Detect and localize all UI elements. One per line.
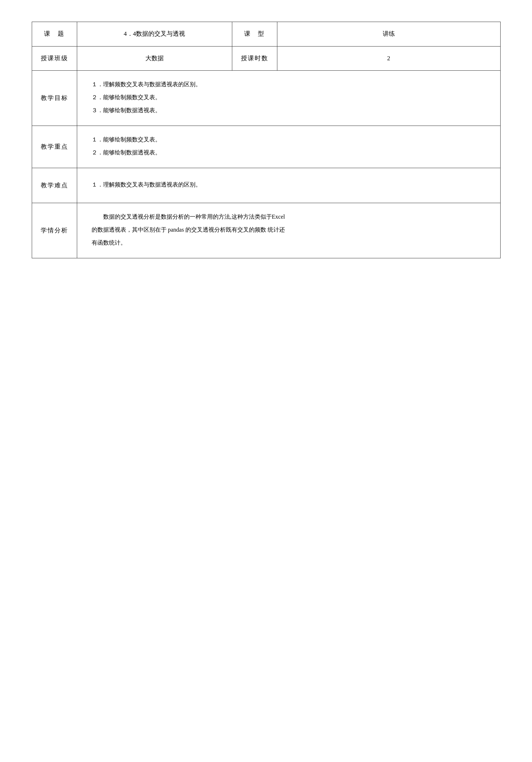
difficulty-line-1: １．理解频数交叉表与数据透视表的区别。 [92,179,486,190]
value-class: 大数据 [77,46,232,71]
label-objectives: 教学目标 [32,71,77,126]
objective-line-3: ３．能够绘制数据透视表。 [92,105,486,116]
table-row-class: 授课班级 大数据 授课时数 2 [32,46,500,71]
label-ketype: 课 型 [232,22,277,47]
objective-line-2: ２．能够绘制频数交叉表。 [92,92,486,103]
analysis-line-2: 的数据透视表，其中区别在于 pandas 的交叉透视分析既有交叉的频数 统计还 [92,224,486,236]
label-keti: 课 题 [32,22,77,47]
content-difficulties: １．理解频数交叉表与数据透视表的区别。 [77,168,500,203]
value-keti: 4．4数据的交叉与透视 [77,22,232,47]
table-row-keti: 课 题 4．4数据的交叉与透视 课 型 讲练 [32,22,500,47]
content-analysis: 数据的交叉透视分析是数据分析的一种常用的方法,这种方法类似于Excel 的数据透… [77,203,500,258]
lesson-plan-table: 课 题 4．4数据的交叉与透视 课 型 讲练 授课班级 大数据 授课时数 2 教… [32,22,501,258]
objective-line-1: １．理解频数交叉表与数据透视表的区别。 [92,79,486,90]
table-row-difficulties: 教学难点 １．理解频数交叉表与数据透视表的区别。 [32,168,500,203]
label-class: 授课班级 [32,46,77,71]
table-row-analysis: 学情分析 数据的交叉透视分析是数据分析的一种常用的方法,这种方法类似于Excel… [32,203,500,258]
value-ketype: 讲练 [277,22,500,47]
analysis-line-1: 数据的交叉透视分析是数据分析的一种常用的方法,这种方法类似于Excel [92,211,486,223]
label-analysis: 学情分析 [32,203,77,258]
content-key-points: １．能够绘制频数交叉表。 ２．能够绘制数据透视表。 [77,126,500,168]
keypoint-line-2: ２．能够绘制数据透视表。 [92,147,486,158]
label-key-points: 教学重点 [32,126,77,168]
label-difficulties: 教学难点 [32,168,77,203]
value-hours: 2 [277,46,500,71]
keypoint-line-1: １．能够绘制频数交叉表。 [92,134,486,145]
label-hours: 授课时数 [232,46,277,71]
table-row-key-points: 教学重点 １．能够绘制频数交叉表。 ２．能够绘制数据透视表。 [32,126,500,168]
table-row-objectives: 教学目标 １．理解频数交叉表与数据透视表的区别。 ２．能够绘制频数交叉表。 ３．… [32,71,500,126]
analysis-line-3: 有函数统计。 [92,237,486,249]
content-objectives: １．理解频数交叉表与数据透视表的区别。 ２．能够绘制频数交叉表。 ３．能够绘制数… [77,71,500,126]
